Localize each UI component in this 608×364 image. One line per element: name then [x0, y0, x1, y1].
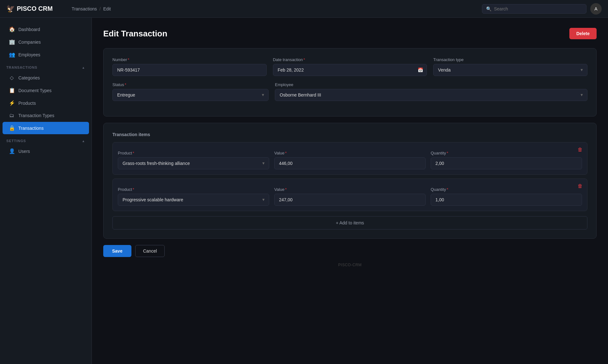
- avatar[interactable]: A: [590, 3, 602, 15]
- item-2-quantity-required: *: [446, 187, 448, 192]
- footer: PISCO-CRM: [103, 257, 597, 270]
- topnav-right: 🔍 A: [482, 3, 602, 15]
- item-2-product-required: *: [133, 187, 134, 192]
- item-2-product-select[interactable]: Progressive scalable hardware: [118, 194, 269, 206]
- item-1-product-required: *: [133, 151, 134, 155]
- item-1-product-select-wrapper: Grass-roots fresh-thinking alliance ▼: [118, 157, 269, 169]
- date-label: Date transaction*: [273, 57, 427, 62]
- sidebar-item-employees[interactable]: 👥 Employees: [3, 48, 89, 61]
- footer-text: PISCO-CRM: [338, 263, 362, 267]
- delete-item-1-button[interactable]: 🗑: [577, 146, 583, 153]
- breadcrumb-separator: /: [99, 6, 101, 11]
- transactions-icon: 🔒: [9, 125, 15, 131]
- item-2-value-group: Value*: [274, 187, 426, 206]
- sidebar-label-products: Products: [18, 101, 36, 106]
- status-required: *: [125, 82, 126, 87]
- main-content: Edit Transaction Delete Number* Date tra…: [92, 18, 608, 364]
- item-1-product-label: Product*: [118, 151, 269, 155]
- number-label: Number*: [112, 57, 267, 62]
- item-2-value-required: *: [285, 187, 287, 192]
- people-icon: 👥: [9, 52, 15, 58]
- form-card: Number* Date transaction* 📅 Transaction …: [103, 48, 597, 116]
- search-icon: 🔍: [486, 6, 491, 11]
- transactions-section-label: TRANSACTIONS: [6, 66, 37, 69]
- search-box[interactable]: 🔍: [482, 4, 586, 14]
- item-1-quantity-input[interactable]: [431, 157, 582, 169]
- item-1-quantity-required: *: [446, 151, 448, 155]
- status-select[interactable]: Entregue: [112, 89, 269, 101]
- logo-icon: 🦅: [6, 5, 15, 13]
- settings-section-header: SETTINGS ▲: [0, 135, 92, 145]
- sidebar-item-companies[interactable]: 🏢 Companies: [3, 36, 89, 48]
- logo-text: PISCO CRM: [17, 5, 53, 12]
- item-1-product-group: Product* Grass-roots fresh-thinking alli…: [118, 151, 269, 169]
- employee-select-wrapper: Osborne Bernhard III ▼: [275, 89, 587, 101]
- sidebar-item-transactions[interactable]: 🔒 Transactions: [3, 122, 89, 134]
- item-1-product-select[interactable]: Grass-roots fresh-thinking alliance: [118, 157, 269, 169]
- sidebar-item-dashboard[interactable]: 🏠 Dashboard: [3, 23, 89, 35]
- topnav: 🦅 PISCO CRM Transactions / Edit 🔍 A: [0, 0, 608, 18]
- item-2-quantity-group: Quantity*: [431, 187, 582, 206]
- status-label: Status*: [112, 82, 269, 87]
- date-input-wrapper: 📅: [273, 64, 427, 76]
- transaction-types-icon: 🗂: [9, 113, 15, 118]
- item-1-value-group: Value*: [274, 151, 426, 169]
- delete-button[interactable]: Delete: [569, 28, 597, 39]
- item-2-product-label: Product*: [118, 187, 269, 192]
- action-row: Save Cancel: [103, 245, 597, 257]
- item-1-value-input[interactable]: [274, 157, 426, 169]
- date-input[interactable]: [273, 64, 427, 76]
- sidebar-item-categories[interactable]: ◇ Categories: [3, 72, 89, 84]
- building-icon: 🏢: [9, 39, 15, 45]
- sidebar-label-dashboard: Dashboard: [18, 27, 40, 32]
- sidebar-item-products[interactable]: ⚡ Products: [3, 97, 89, 109]
- sidebar-label-categories: Categories: [18, 75, 40, 80]
- add-items-button[interactable]: + Add to items: [112, 216, 587, 229]
- status-group: Status* Entregue ▼: [112, 82, 269, 101]
- employee-label: Employee: [275, 82, 587, 87]
- transaction-type-label: Transaction type: [433, 57, 587, 62]
- search-input[interactable]: [494, 6, 582, 11]
- settings-section-label: SETTINGS: [6, 139, 26, 143]
- item-1-quantity-label: Quantity*: [431, 151, 582, 155]
- sidebar-item-transaction-types[interactable]: 🗂 Transaction Types: [3, 110, 89, 122]
- cancel-button[interactable]: Cancel: [135, 245, 165, 257]
- transaction-type-select[interactable]: Venda: [433, 64, 587, 76]
- home-icon: 🏠: [9, 26, 15, 32]
- form-row-1: Number* Date transaction* 📅 Transaction …: [112, 57, 587, 76]
- breadcrumb-parent[interactable]: Transactions: [72, 6, 97, 11]
- sidebar-item-users[interactable]: 👤 Users: [3, 145, 89, 157]
- save-button[interactable]: Save: [103, 245, 131, 257]
- users-icon: 👤: [9, 148, 15, 154]
- number-input[interactable]: [112, 64, 267, 76]
- transaction-items-section-title: Transaction items: [112, 132, 587, 137]
- number-required: *: [128, 57, 129, 62]
- products-icon: ⚡: [9, 100, 15, 106]
- employee-select[interactable]: Osborne Bernhard III: [275, 89, 587, 101]
- sidebar: 🏠 Dashboard 🏢 Companies 👥 Employees TRAN…: [0, 18, 92, 364]
- item-1-quantity-group: Quantity*: [431, 151, 582, 169]
- item-1-value-label: Value*: [274, 151, 426, 155]
- delete-item-2-button[interactable]: 🗑: [577, 183, 583, 190]
- sidebar-label-transactions: Transactions: [18, 126, 44, 131]
- sidebar-label-companies: Companies: [18, 40, 41, 45]
- transaction-item-2: 🗑 Product* Progressive scalable hardware…: [112, 179, 587, 211]
- sidebar-item-document-types[interactable]: 📋 Document Types: [3, 84, 89, 97]
- form-row-2: Status* Entregue ▼ Employee Osborne Bern…: [112, 82, 587, 101]
- document-icon: 📋: [9, 87, 15, 93]
- number-group: Number*: [112, 57, 267, 76]
- date-group: Date transaction* 📅: [273, 57, 427, 76]
- item-2-quantity-label: Quantity*: [431, 187, 582, 192]
- transaction-items-card: Transaction items 🗑 Product* Grass-roots…: [103, 123, 597, 239]
- transactions-section-header: TRANSACTIONS ▲: [0, 61, 92, 71]
- item-2-quantity-input[interactable]: [431, 194, 582, 206]
- sidebar-label-employees: Employees: [18, 52, 40, 57]
- status-select-wrapper: Entregue ▼: [112, 89, 269, 101]
- page-header: Edit Transaction Delete: [103, 28, 597, 39]
- sidebar-label-users: Users: [18, 149, 30, 154]
- settings-chevron-icon: ▲: [82, 139, 85, 143]
- transactions-chevron-icon: ▲: [82, 66, 85, 69]
- item-2-value-input[interactable]: [274, 194, 426, 206]
- item-2-grid: Product* Progressive scalable hardware ▼…: [118, 187, 582, 206]
- transaction-type-select-wrapper: Venda ▼: [433, 64, 587, 76]
